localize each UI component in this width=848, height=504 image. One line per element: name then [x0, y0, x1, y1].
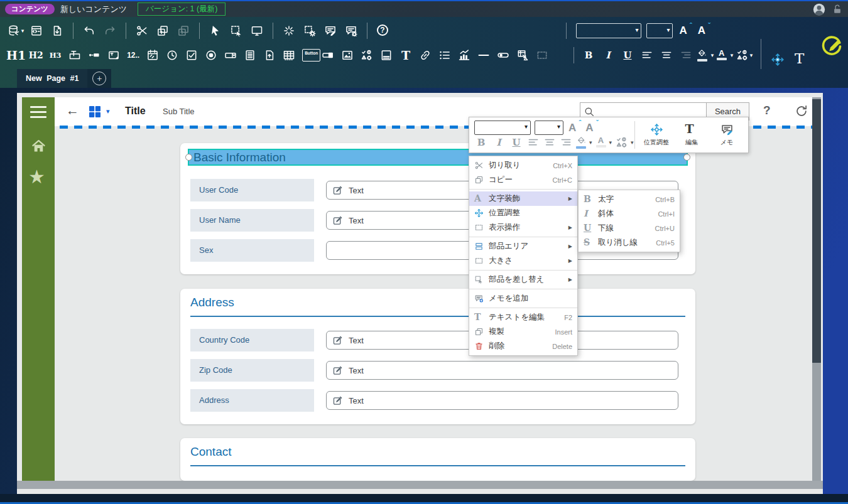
- number-input-button[interactable]: 12..: [124, 45, 143, 65]
- button-widget-button[interactable]: Button: [299, 45, 318, 65]
- validation-button[interactable]: [357, 45, 376, 65]
- font-color-icon[interactable]: A: [596, 136, 607, 149]
- highlight-button[interactable]: [280, 21, 298, 41]
- menu-item-underline[interactable]: U下線Ctrl+U: [579, 221, 680, 235]
- range-select-button[interactable]: [227, 21, 246, 41]
- heading3-button[interactable]: H3: [46, 45, 65, 65]
- page-export-button[interactable]: [48, 21, 67, 41]
- select-box-button[interactable]: [221, 45, 240, 65]
- chart-button[interactable]: [455, 45, 474, 65]
- field-input-zip-code[interactable]: Text: [326, 361, 678, 380]
- select-mode-button[interactable]: [206, 21, 225, 41]
- align-right-icon[interactable]: [560, 136, 572, 149]
- menu-item-position-adjust[interactable]: 位置調整: [469, 206, 577, 220]
- align-left-button[interactable]: [638, 45, 656, 65]
- table-button[interactable]: [280, 45, 298, 65]
- align-left-icon[interactable]: [527, 136, 540, 149]
- horizontal-rule-button[interactable]: [474, 45, 493, 65]
- horizontal-scrollbar[interactable]: [17, 481, 823, 489]
- section-title[interactable]: Address: [190, 296, 234, 309]
- vertical-scrollbar-thumb[interactable]: [812, 99, 821, 363]
- star-icon[interactable]: ★: [28, 168, 45, 186]
- refresh-icon[interactable]: [795, 104, 808, 118]
- preview-button[interactable]: [247, 21, 266, 41]
- font-size-select[interactable]: ▾: [646, 23, 673, 38]
- align-center-button[interactable]: [657, 45, 676, 65]
- move-icon[interactable]: [771, 53, 785, 67]
- selection-handle[interactable]: [185, 154, 192, 161]
- undo-button[interactable]: [80, 21, 99, 41]
- cut-button[interactable]: [133, 21, 151, 41]
- menu-item-bold[interactable]: B太字Ctrl+B: [579, 192, 680, 206]
- menu-item-display-operation[interactable]: 表示操作▶: [469, 220, 577, 235]
- vertical-scrollbar[interactable]: [812, 97, 821, 481]
- file-upload-button[interactable]: [260, 45, 279, 65]
- menu-item-add-memo[interactable]: メモを追加: [469, 291, 577, 306]
- help-icon[interactable]: ?: [763, 104, 771, 117]
- menu-item-delete[interactable]: 削除Delete: [469, 339, 577, 353]
- position-adjust-button[interactable]: 位置調整: [639, 123, 674, 147]
- hamburger-menu-icon[interactable]: [30, 104, 46, 120]
- font-size-select[interactable]: ▾: [535, 121, 563, 135]
- checkbox-button[interactable]: [182, 45, 201, 65]
- font-family-select[interactable]: ▾: [576, 23, 641, 38]
- pill-button[interactable]: [494, 45, 513, 65]
- validation-style-icon[interactable]: [616, 136, 628, 149]
- decrease-font-button[interactable]: Aˇ: [584, 122, 597, 133]
- link-button[interactable]: [416, 45, 435, 65]
- date-picker-button[interactable]: [143, 45, 162, 65]
- menu-item-strikethrough[interactable]: S取り消し線Ctrl+5: [579, 235, 680, 250]
- home-icon[interactable]: [30, 137, 47, 154]
- text-widget-button[interactable]: T: [396, 45, 415, 65]
- chevron-down-icon[interactable]: ▾: [106, 107, 110, 115]
- bold-button[interactable]: B: [579, 45, 598, 65]
- underline-button[interactable]: U: [618, 45, 637, 65]
- fill-color-icon[interactable]: [576, 136, 587, 149]
- textarea-button[interactable]: [104, 45, 123, 65]
- menu-item-copy[interactable]: コピーCtrl+C: [469, 173, 577, 187]
- memo-button[interactable]: メモ: [709, 123, 744, 147]
- page-tab[interactable]: New Page #1: [17, 69, 87, 88]
- bold-button[interactable]: B: [474, 137, 488, 148]
- bg-color-button[interactable]: ▾: [696, 45, 715, 65]
- add-page-button[interactable]: +: [87, 69, 111, 88]
- field-input-address[interactable]: Text: [326, 391, 678, 410]
- memo-settings-button[interactable]: [342, 21, 361, 41]
- unlock-icon[interactable]: [832, 4, 843, 15]
- font-color-button[interactable]: A▾: [715, 45, 734, 65]
- menu-item-size[interactable]: 大きさ▶: [469, 254, 577, 268]
- edit-mode-pencil-icon[interactable]: [820, 35, 843, 58]
- edit-text-button[interactable]: T編集: [674, 123, 709, 147]
- italic-button[interactable]: I: [599, 45, 617, 65]
- increase-font-button[interactable]: Aˆ: [678, 25, 691, 36]
- panel-button[interactable]: [377, 45, 396, 65]
- menu-item-widget-area[interactable]: 部品エリア▶: [469, 239, 577, 254]
- time-picker-button[interactable]: [163, 45, 182, 65]
- decrease-font-button[interactable]: Aˇ: [697, 25, 710, 36]
- apps-grid-icon[interactable]: [87, 104, 102, 119]
- table-function-button[interactable]: [513, 45, 532, 65]
- help-button[interactable]: ?: [374, 21, 393, 41]
- range-settings-button[interactable]: [300, 21, 319, 41]
- menu-item-text-decoration[interactable]: A文字装飾▶: [469, 191, 577, 206]
- menu-item-replace-widget[interactable]: 部品を差し替え▶: [469, 272, 577, 287]
- underline-button[interactable]: U: [509, 137, 523, 148]
- image-button[interactable]: [338, 45, 357, 65]
- toggle-button[interactable]: [318, 45, 337, 65]
- menu-item-italic[interactable]: I斜体Ctrl+I: [579, 206, 680, 221]
- chevron-down-icon[interactable]: ▾: [631, 139, 634, 146]
- italic-button[interactable]: I: [492, 137, 506, 148]
- selection-handle[interactable]: [683, 154, 690, 161]
- increase-font-button[interactable]: Aˆ: [567, 122, 580, 133]
- list-box-button[interactable]: [241, 45, 259, 65]
- chevron-down-icon[interactable]: ▾: [589, 139, 592, 146]
- section-title[interactable]: Contact: [190, 445, 231, 459]
- text-input-button[interactable]: [65, 45, 84, 65]
- small-input-button[interactable]: [85, 45, 104, 65]
- user-avatar-icon[interactable]: [812, 3, 826, 16]
- source-view-button[interactable]: [27, 21, 46, 41]
- copy-widget-button[interactable]: [153, 21, 172, 41]
- align-center-icon[interactable]: [543, 136, 556, 149]
- back-arrow-icon[interactable]: ←: [66, 103, 79, 118]
- chevron-down-icon[interactable]: ▾: [609, 139, 612, 146]
